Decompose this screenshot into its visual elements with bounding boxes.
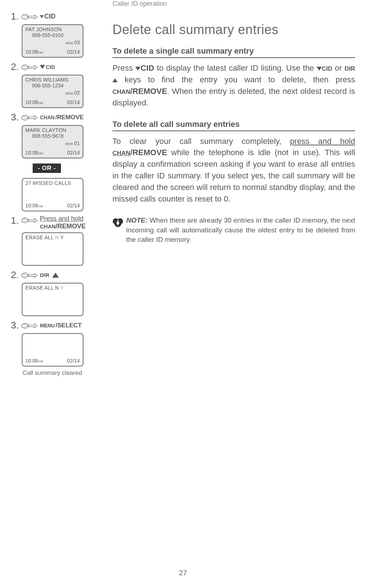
step-b3: 3. MENU/SELECT [11,320,102,331]
up-triangle-icon [112,78,118,82]
step-b2: 2. DIR [11,269,102,281]
page-number: 27 [0,569,366,577]
step-a2: 2. CID [11,61,102,73]
step-number: 2. [11,61,20,73]
header-line: Caller ID operation [112,0,355,8]
step-b1: 1. Press and hold CHAN/REMOVE [11,215,102,230]
step-number: 3. [11,112,20,123]
or-divider: - OR - [33,163,61,173]
step-label: CID [40,13,55,20]
lcd-name: CHRIS WILLIAMS [25,77,80,83]
right-column: Caller ID operation Delete call summary … [102,0,355,377]
lcd-name: MARK CLAYTON [25,127,80,133]
lcd-name: PAT JOHNSON [25,26,80,32]
lcd-screen-erase2: ERASE ALL N Y [22,283,83,316]
lcd-text: 27 MISSED CALLS [25,180,80,186]
lcd-phone: 908-555-5678 [32,133,80,139]
pointing-hand-icon [21,63,38,71]
pointing-hand-icon [21,321,38,330]
lcd-new-count: NEW03 [65,40,80,45]
lcd-new-count: NEW02 [65,90,80,96]
lcd-screen: PAT JOHNSON 908-555-0100 NEW03 10:08AM 0… [22,24,83,58]
lcd-text: ERASE ALL N Y [25,235,80,240]
down-triangle-icon [135,67,140,71]
step-label: DIR [40,272,59,278]
left-column: 1. CID PAT JOHNSON 908-555-0100 NEW03 10… [11,0,102,377]
lcd-bottom: 10:08AM 02/14 [25,203,80,208]
lcd-screen-erase: ERASE ALL N Y [22,232,83,266]
lcd-screen: MARK CLAYTON 908-555-5678 NEW01 10:08AM … [22,125,83,158]
step-number: 2. [11,269,20,281]
lcd-screen-missed: 27 MISSED CALLS 10:08AM 02/14 [22,178,83,211]
pointing-hand-icon [21,216,38,224]
info-icon [112,216,123,227]
lcd-screen-final: 10:08AM 02/14 [22,333,83,367]
up-triangle-icon [52,273,59,278]
step-number: 1. [11,215,20,226]
down-triangle-icon [40,15,44,18]
lcd-screen: CHRIS WILLIAMS 908-555-1234 NEW02 10:08A… [22,75,83,108]
step-a1: 1. CID [11,11,102,22]
section-heading-1: To delete a single call summary entry [112,46,355,58]
page-title: Delete call summary entries [112,22,355,37]
note-block: NOTE: When there are already 30 entries … [112,216,355,245]
lcd-bottom: 10:08AM 02/14 [25,99,80,105]
step-label: CID [40,64,55,70]
step-label: Press and hold CHAN/REMOVE [40,215,86,230]
section-heading-2: To delete all call summary entries [112,120,355,131]
lcd-text: ERASE ALL N Y [25,285,80,291]
lcd-new-count: NEW01 [65,140,80,146]
note-text: NOTE: When there are already 30 entries … [126,216,355,245]
lcd-phone: 908-555-0100 [32,32,80,38]
section-2-body: To clear your call summary completely, p… [112,136,355,205]
step-number: 3. [11,320,20,331]
lcd-phone: 908-555-1234 [32,83,80,88]
down-triangle-icon [317,67,322,71]
pointing-hand-icon [21,271,38,279]
step-a3: 3. CHAN/REMOVE [11,112,102,123]
caption: Call summary cleared [22,369,102,377]
pointing-hand-icon [21,12,38,21]
pointing-hand-icon [21,113,38,122]
lcd-bottom: 10:08AM 02/14 [25,150,80,156]
step-label: CHAN/REMOVE [40,114,84,121]
step-number: 1. [11,11,20,22]
lcd-bottom: 10:08AM 02/14 [25,358,80,364]
section-1-body: Press CID to display the latest caller I… [112,62,355,109]
step-label: MENU/SELECT [40,322,82,329]
down-triangle-icon [40,65,45,69]
lcd-bottom: 10:08AM 02/14 [25,49,80,55]
